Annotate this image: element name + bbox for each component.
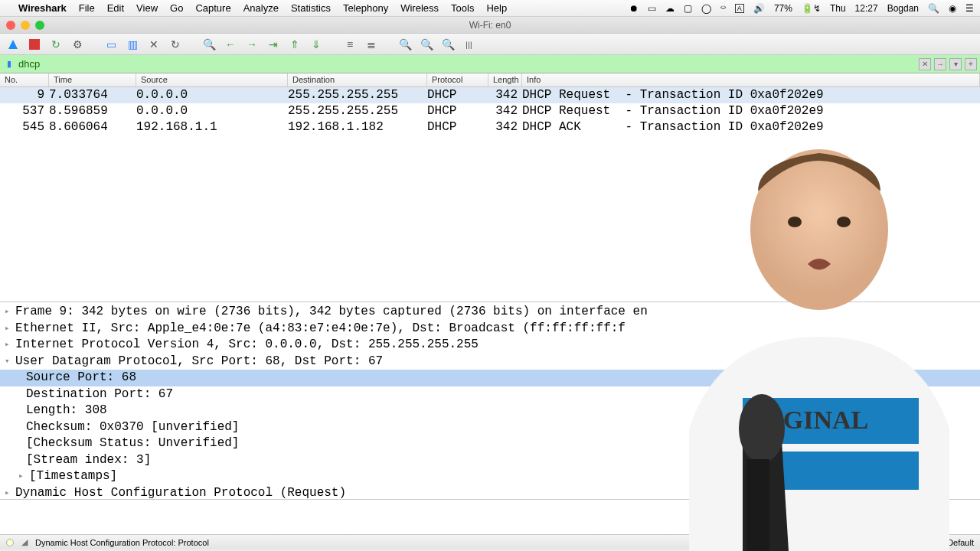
close-window-button[interactable] [6, 21, 15, 30]
detail-text: Checksum: 0x0370 [unverified] [26, 419, 239, 436]
detail-frame[interactable]: ▸Frame 9: 342 bytes on wire (2736 bits),… [0, 304, 980, 321]
wifi-icon[interactable]: ⌔ [720, 3, 726, 14]
reload-file-icon[interactable]: ↻ [167, 36, 184, 53]
display-icon[interactable]: ▢ [684, 3, 692, 14]
profile-label[interactable]: Profile: Default [919, 538, 974, 547]
app-name[interactable]: Wireshark [18, 2, 67, 14]
menu-telephony[interactable]: Telephony [343, 2, 388, 14]
display-filter-input[interactable] [15, 58, 919, 70]
detail-ethernet[interactable]: ▸Ethernet II, Src: Apple_e4:0e:7e (a4:83… [0, 321, 980, 337]
packet-details-pane[interactable]: ▸Frame 9: 342 bytes on wire (2736 bits),… [0, 302, 980, 499]
go-last-icon[interactable]: ⇓ [308, 36, 325, 53]
expand-icon[interactable]: ▸ [5, 485, 15, 500]
find-packet-icon[interactable]: 🔍 [201, 36, 217, 53]
battery-icon[interactable]: 🔋↯ [802, 3, 821, 14]
zoom-out-icon[interactable]: 🔍 [418, 36, 435, 53]
menu-wireless[interactable]: Wireless [400, 2, 439, 14]
cell-protocol: DHCP [427, 87, 488, 103]
detail-udp-stream[interactable]: [Stream index: 3] [0, 452, 980, 469]
user-name[interactable]: Bogdan [887, 3, 919, 14]
col-header-source[interactable]: Source [136, 73, 288, 86]
go-first-icon[interactable]: ⇑ [286, 36, 303, 53]
cell-destination: 255.255.255.255 [288, 87, 427, 103]
detail-text: Internet Protocol Version 4, Src: 0.0.0.… [15, 337, 479, 354]
col-header-time[interactable]: Time [49, 73, 136, 86]
restart-capture-icon[interactable]: ↻ [47, 36, 64, 53]
status-bar: ◢ Dynamic Host Configuration Protocol: P… [0, 534, 980, 549]
save-file-icon[interactable]: ▥ [124, 36, 141, 53]
open-file-icon[interactable]: ▭ [103, 36, 119, 53]
mac-menubar: Wireshark File Edit View Go Capture Anal… [0, 0, 980, 17]
resize-columns-icon[interactable]: ⫼ [461, 36, 478, 53]
col-header-length[interactable]: Length [488, 73, 522, 86]
apply-filter-icon[interactable]: → [934, 58, 946, 70]
menu-tools[interactable]: Tools [451, 2, 474, 14]
menu-analyze[interactable]: Analyze [243, 2, 279, 14]
cloud-icon[interactable]: ☁ [665, 3, 675, 14]
expert-info-icon[interactable] [6, 539, 14, 546]
recent-filter-dropdown[interactable]: ▾ [949, 58, 962, 70]
circle-icon[interactable]: ◯ [701, 3, 711, 14]
go-back-icon[interactable]: ← [222, 36, 239, 53]
detail-udp-timestamps[interactable]: ▸[Timestamps] [0, 468, 980, 485]
notifications-icon[interactable]: ☰ [965, 3, 974, 14]
close-file-icon[interactable]: ✕ [145, 36, 162, 53]
cell-source: 0.0.0.0 [136, 87, 288, 103]
menu-help[interactable]: Help [486, 2, 507, 14]
add-filter-button[interactable]: + [965, 58, 977, 70]
menu-view[interactable]: View [136, 2, 158, 14]
expand-icon[interactable]: ▸ [18, 468, 29, 485]
go-to-packet-icon[interactable]: ⇥ [265, 36, 282, 53]
siri-icon[interactable]: ◉ [949, 3, 956, 14]
detail-udp[interactable]: ▾User Datagram Protocol, Src Port: 68, D… [0, 354, 980, 370]
packet-row[interactable]: 537 8.596859 0.0.0.0 255.255.255.255 DHC… [0, 103, 980, 119]
capture-file-icon[interactable]: ◢ [21, 537, 28, 547]
capture-options-icon[interactable]: ⚙ [69, 36, 86, 53]
traffic-lights [6, 21, 44, 30]
minimize-window-button[interactable] [21, 21, 30, 30]
expand-icon[interactable]: ▸ [5, 321, 15, 337]
col-header-no[interactable]: No. [0, 73, 49, 86]
volume-icon[interactable]: 🔊 [753, 3, 765, 14]
collapse-icon[interactable]: ▾ [5, 354, 15, 370]
detail-dhcp[interactable]: ▸Dynamic Host Configuration Protocol (Re… [0, 485, 980, 500]
detail-udp-length[interactable]: Length: 308 [0, 403, 980, 419]
zoom-reset-icon[interactable]: 🔍 [439, 36, 456, 53]
expand-icon[interactable]: ▸ [5, 337, 15, 354]
menu-go[interactable]: Go [170, 2, 183, 14]
packet-row[interactable]: 9 7.033764 0.0.0.0 255.255.255.255 DHCP … [0, 87, 980, 103]
zoom-in-icon[interactable]: 🔍 [397, 36, 413, 53]
menu-file[interactable]: File [79, 2, 95, 14]
cell-length: 342 [488, 103, 522, 119]
zoom-window-button[interactable] [35, 21, 44, 30]
detail-udp-checksum[interactable]: Checksum: 0x0370 [unverified] [0, 419, 980, 436]
detail-udp-dstport[interactable]: Destination Port: 67 [0, 386, 980, 403]
stop-capture-icon[interactable] [26, 36, 43, 53]
menu-capture[interactable]: Capture [195, 2, 230, 14]
display-filter-bar: ▮ ✕ → ▾ + [0, 55, 980, 73]
menu-edit[interactable]: Edit [107, 2, 124, 14]
auto-scroll-icon[interactable]: ≡ [341, 36, 358, 53]
detail-text: User Datagram Protocol, Src Port: 68, Ds… [15, 354, 383, 370]
packet-bytes-pane[interactable] [0, 499, 980, 534]
detail-udp-srcport[interactable]: Source Port: 68 [0, 370, 980, 386]
clear-filter-icon[interactable]: ✕ [919, 58, 931, 70]
col-header-protocol[interactable]: Protocol [427, 73, 488, 86]
col-header-info[interactable]: Info [522, 73, 980, 86]
expand-icon[interactable]: ▸ [5, 304, 15, 321]
detail-udp-checksum-status[interactable]: [Checksum Status: Unverified] [0, 435, 980, 452]
go-forward-icon[interactable]: → [243, 36, 260, 53]
packet-list[interactable]: 9 7.033764 0.0.0.0 255.255.255.255 DHCP … [0, 87, 980, 302]
keyboard-icon[interactable]: A [735, 4, 744, 13]
spotlight-icon[interactable]: 🔍 [928, 3, 939, 14]
screenrec-icon[interactable]: ⏺ [629, 3, 639, 14]
packet-row[interactable]: 545 8.606064 192.168.1.1 192.168.1.182 D… [0, 119, 980, 135]
menu-statistics[interactable]: Statistics [291, 2, 331, 14]
screenshare-icon[interactable]: ▭ [648, 3, 656, 14]
bookmark-filter-icon[interactable]: ▮ [3, 59, 15, 69]
colorize-icon[interactable]: ≣ [363, 36, 380, 53]
detail-text: Frame 9: 342 bytes on wire (2736 bits), … [15, 304, 648, 321]
col-header-destination[interactable]: Destination [288, 73, 427, 86]
start-capture-icon[interactable] [5, 36, 21, 53]
detail-ip[interactable]: ▸Internet Protocol Version 4, Src: 0.0.0… [0, 337, 980, 354]
